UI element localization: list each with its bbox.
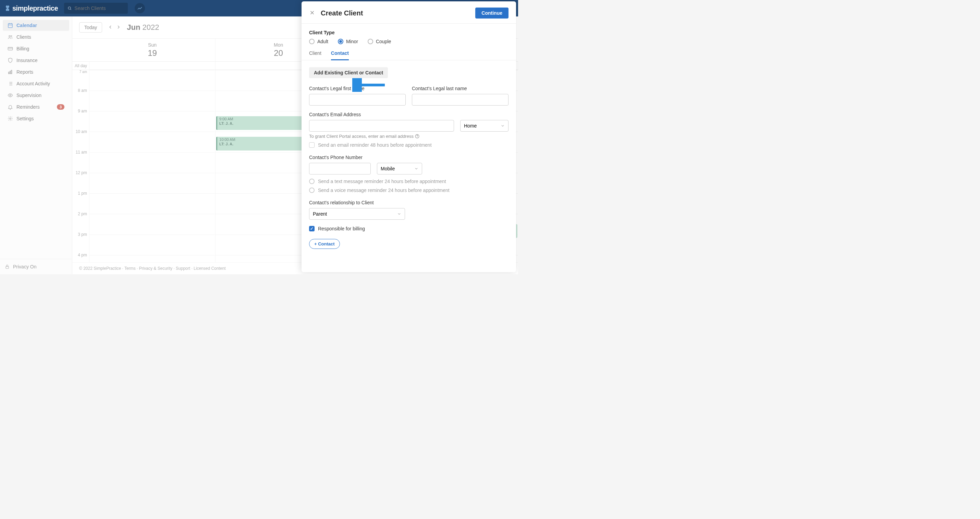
text-reminder-radio[interactable]: Send a text message reminder 24 hours be…: [309, 178, 509, 184]
shield-icon: [8, 57, 13, 63]
chart-icon: [8, 69, 13, 75]
chevron-down-icon: [397, 212, 401, 216]
relationship-value: Parent: [313, 211, 327, 217]
billing-checkbox[interactable]: Responsible for billing: [309, 226, 509, 231]
help-icon: [415, 134, 419, 139]
chevron-down-icon: [414, 167, 418, 171]
time-label: 2 pm: [78, 212, 87, 216]
next-button[interactable]: [115, 23, 123, 32]
svg-rect-10: [9, 72, 9, 74]
time-label: 3 pm: [78, 232, 87, 237]
svg-rect-8: [8, 47, 12, 50]
client-type-couple[interactable]: Couple: [368, 39, 391, 44]
text-reminder-label: Send a text message reminder 24 hours be…: [318, 178, 446, 184]
client-contact-tabs: ClientContact: [302, 50, 516, 60]
annotation-arrow-icon: [352, 78, 387, 92]
time-label: 7 am: [80, 70, 87, 74]
email-type-select[interactable]: Home: [460, 120, 509, 132]
time-label: 4 pm: [78, 253, 87, 258]
search-box[interactable]: [64, 3, 128, 14]
sidebar-item-settings[interactable]: Settings: [3, 113, 69, 124]
client-type-adult[interactable]: Adult: [309, 39, 328, 44]
sidebar-item-label: Clients: [16, 34, 31, 40]
last-name-input[interactable]: [412, 94, 509, 105]
add-existing-button[interactable]: Add Existing Client or Contact: [309, 67, 388, 78]
chevron-down-icon: [501, 124, 505, 128]
tab-contact[interactable]: Contact: [331, 50, 349, 60]
time-label: 11 am: [76, 150, 87, 154]
footer-text: © 2022 SimplePractice · Terms · Privacy …: [79, 266, 226, 271]
sidebar-item-reminders[interactable]: Reminders3: [3, 102, 69, 113]
radio-circle: [338, 39, 344, 44]
lock-icon: [5, 264, 10, 269]
phone-label: Contact's Phone Number: [309, 154, 509, 160]
gear-icon: [8, 116, 13, 121]
sidebar-item-billing[interactable]: Billing: [3, 43, 69, 54]
voice-reminder-label: Send a voice message reminder 24 hours b…: [318, 188, 450, 193]
privacy-label: Privacy On: [13, 264, 36, 269]
sidebar-item-label: Settings: [16, 116, 34, 121]
chart-line-icon: [137, 5, 143, 11]
sidebar-item-calendar[interactable]: Calendar: [3, 20, 69, 31]
voice-reminder-radio[interactable]: Send a voice message reminder 24 hours b…: [309, 188, 509, 193]
calendar-column[interactable]: [89, 70, 216, 262]
search-input[interactable]: [74, 5, 124, 11]
svg-line-1: [70, 9, 71, 10]
time-label: 1 pm: [78, 191, 87, 196]
modal-body: Client Type AdultMinorCouple ClientConta…: [302, 24, 516, 272]
sidebar-item-reports[interactable]: Reports: [3, 67, 69, 78]
analytics-button[interactable]: [135, 3, 145, 13]
first-name-input[interactable]: [309, 94, 406, 105]
today-button[interactable]: Today: [79, 22, 102, 33]
radio-label: Adult: [317, 39, 328, 44]
continue-button[interactable]: Continue: [475, 8, 509, 19]
time-label: 10 am: [76, 129, 87, 134]
client-type-minor[interactable]: Minor: [338, 39, 358, 44]
radio-label: Minor: [346, 39, 358, 44]
phone-input[interactable]: [309, 163, 371, 175]
svg-point-6: [9, 35, 10, 37]
sidebar-item-supervision[interactable]: Supervision: [3, 90, 69, 101]
svg-point-0: [68, 7, 71, 9]
create-client-modal: Create Client Continue Client Type Adult…: [302, 2, 516, 272]
last-name-label: Contact's Legal last name: [412, 86, 509, 91]
modal-header: Create Client Continue: [302, 2, 516, 24]
logo-text: simplepractice: [12, 5, 58, 12]
relationship-select[interactable]: Parent: [309, 208, 405, 220]
people-icon: [8, 34, 13, 40]
sidebar-item-label: Reminders: [16, 104, 40, 110]
nav-arrows: [106, 23, 123, 32]
svg-rect-21: [6, 266, 9, 268]
badge: 3: [57, 104, 64, 110]
modal-title: Create Client: [321, 9, 363, 17]
sidebar-item-insurance[interactable]: Insurance: [3, 55, 69, 66]
search-icon: [67, 6, 72, 11]
sidebar-item-account-activity[interactable]: Account Activity: [3, 78, 69, 89]
svg-point-7: [11, 36, 12, 37]
card-icon: [8, 46, 13, 51]
time-label: 9 am: [78, 109, 87, 113]
radio-label: Couple: [376, 39, 391, 44]
add-contact-button[interactable]: + Contact: [309, 239, 340, 249]
prev-button[interactable]: [106, 23, 115, 32]
email-input[interactable]: [309, 120, 454, 132]
sidebar-item-clients[interactable]: Clients: [3, 32, 69, 43]
privacy-toggle[interactable]: Privacy On: [0, 259, 72, 274]
sidebar-item-label: Calendar: [16, 22, 37, 28]
month-label: Jun 2022: [127, 23, 159, 32]
close-icon: [309, 10, 315, 16]
butterfly-icon: [4, 5, 11, 12]
email-help-text: To grant Client Portal access, enter an …: [309, 134, 509, 139]
bell-icon: [8, 104, 13, 110]
phone-type-select[interactable]: Mobile: [377, 163, 422, 175]
tab-client[interactable]: Client: [309, 50, 321, 60]
email-reminder-checkbox[interactable]: Send an email reminder 48 hours before a…: [309, 142, 509, 148]
billing-label: Responsible for billing: [318, 226, 365, 231]
day-header: Sun19: [89, 39, 216, 61]
email-reminder-label: Send an email reminder 48 hours before a…: [318, 142, 432, 148]
sidebar-item-label: Account Activity: [16, 81, 50, 86]
close-button[interactable]: [309, 10, 315, 17]
logo: simplepractice: [4, 5, 58, 12]
time-label: 12 pm: [76, 170, 87, 175]
radio-circle: [309, 39, 315, 44]
